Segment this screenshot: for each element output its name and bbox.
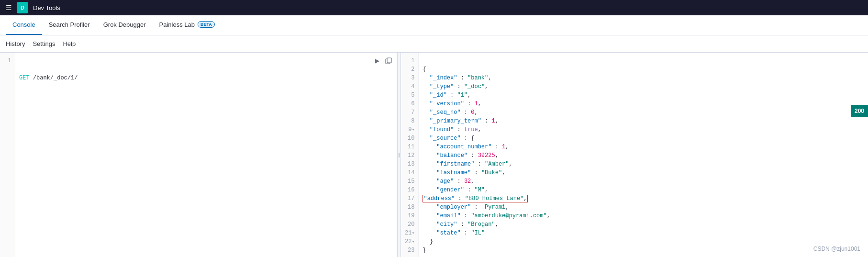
watermark: CSDN @zjun1001 <box>813 246 860 252</box>
toolbar: History Settings Help <box>0 35 868 53</box>
divider-handle[interactable]: ∥ <box>397 53 401 257</box>
query-panel: 1 GET /bank/_doc/1/ ▶ <box>0 53 397 257</box>
response-line-numbers: 1 2 3 4 5 6 7 8 9▾ 10 11 12 13 14 15 16 … <box>401 53 419 257</box>
copy-query-icon[interactable] <box>384 56 393 65</box>
response-code-area: 1 2 3 4 5 6 7 8 9▾ 10 11 12 13 14 15 16 … <box>401 53 868 257</box>
query-line: GET /bank/_doc/1/ <box>19 74 393 82</box>
editor-container: 200 1 GET /bank/_doc/1/ ▶ <box>0 53 868 257</box>
run-query-icon[interactable]: ▶ <box>373 56 381 65</box>
query-code-area[interactable]: 1 GET /bank/_doc/1/ <box>0 53 397 257</box>
response-content: { "_index" : "bank", "_type" : "_doc", "… <box>419 53 868 257</box>
query-toolbar: ▶ <box>373 56 393 65</box>
beta-badge: BETA <box>198 21 215 28</box>
tab-grok-debugger[interactable]: Grok Debugger <box>97 15 153 35</box>
status-badge: 200 <box>851 105 868 117</box>
hamburger-icon[interactable]: ☰ <box>6 4 12 11</box>
nav-bar: Console Search Profiler Grok Debugger Pa… <box>0 15 868 35</box>
tab-painless-lab[interactable]: Painless Lab BETA <box>153 15 222 35</box>
tab-console[interactable]: Console <box>6 15 42 35</box>
settings-button[interactable]: Settings <box>33 40 55 47</box>
app-title: Dev Tools <box>33 4 60 11</box>
app-avatar: D <box>17 2 28 13</box>
history-button[interactable]: History <box>6 40 25 47</box>
response-panel: 1 2 3 4 5 6 7 8 9▾ 10 11 12 13 14 15 16 … <box>401 53 868 257</box>
svg-rect-1 <box>387 58 391 63</box>
query-code-content[interactable]: GET /bank/_doc/1/ <box>15 53 397 257</box>
tab-search-profiler[interactable]: Search Profiler <box>42 15 97 35</box>
query-line-numbers: 1 <box>0 53 15 257</box>
query-path: /bank/_doc/1/ <box>33 74 78 82</box>
top-bar: ☰ D Dev Tools <box>0 0 868 15</box>
http-method: GET <box>19 74 30 82</box>
help-button[interactable]: Help <box>63 40 76 47</box>
highlighted-address-row: "address" : "880 Holmes Lane", <box>423 194 864 203</box>
